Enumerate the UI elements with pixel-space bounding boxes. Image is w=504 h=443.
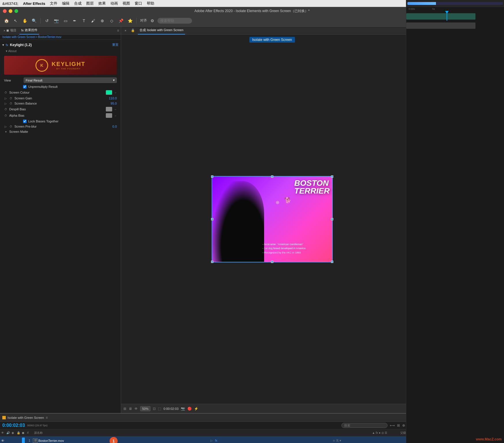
comp-fast-preview-icon[interactable]: ⚡ [194,407,198,411]
alpha-bias-toggle[interactable]: ⏱ [4,114,7,117]
despill-bias-arrow[interactable]: → [114,108,117,111]
keylight-logo: K KEYLIGHT BY THE FOUNDRY [4,56,117,75]
comp-tab[interactable]: 合成 Isolate with Green Screen [138,26,185,35]
brush-tool[interactable]: 🖌 [89,17,97,25]
comp-mask-icon[interactable]: 👁 [134,407,138,411]
hand-tool[interactable]: ✋ [21,17,29,25]
screen-matte-expand[interactable]: ▾ [4,130,7,133]
zoom-tool[interactable]: 🔍 [30,17,38,25]
screen-gain-toggle[interactable]: ⏱ [9,97,13,100]
menu-effects[interactable]: 效果 [98,1,106,6]
screen-balance-value[interactable]: 95.0 [111,102,117,105]
ruler-5: 5s [432,7,435,10]
fx-toggle[interactable]: ▾ [2,43,4,47]
alpha-bias-swatch[interactable] [106,113,112,118]
select-tool[interactable]: ↖ [12,17,20,25]
screen-preblur-toggle[interactable]: ⏱ [9,125,13,128]
pin-tool[interactable]: 📌 [117,17,125,25]
pen-tool[interactable]: ✒ [71,17,79,25]
comp-region-icon[interactable]: ⬚ [158,407,161,411]
settings-button[interactable]: ⚙ [148,17,156,25]
layer-1-clip[interactable] [406,13,475,20]
screen-gain-expand[interactable]: ▷ [4,97,7,100]
timeline-timecode[interactable]: 0:00:02:03 [2,423,25,428]
home-button[interactable]: 🏠 [2,17,10,25]
screen-preblur-value[interactable]: 0.0 [112,125,117,128]
view-dropdown[interactable]: Final Result ▾ [24,77,117,83]
screen-balance-expand[interactable]: ▷ [4,102,7,105]
tab-project-close[interactable]: × [3,29,5,32]
window-controls [3,9,18,13]
menu-edit[interactable]: 编辑 [62,1,69,6]
handle-tl[interactable] [211,175,213,178]
menu-window[interactable]: 窗口 [135,1,142,6]
handle-tc[interactable] [271,175,273,178]
despill-bias-row: ⏱ Despill Bias → [0,106,121,112]
unpremultiply-checkbox[interactable] [23,85,27,88]
layer-1-link[interactable]: ⊙ 无 ▾ [251,439,423,443]
menu-view[interactable]: 视图 [123,1,130,6]
menu-file[interactable]: 文件 [50,1,57,6]
layer-search-input[interactable] [341,423,388,428]
apple-menu[interactable]: &#63743; [2,1,18,6]
layer-1-row[interactable]: 👁 1 🎬 BostonTerrier.mov ▷ fx ⊙ 无 ▾ [0,436,423,443]
app-name-menu[interactable]: After Effects [23,1,45,6]
screen-colour-toggle[interactable]: ⏱ [4,91,7,94]
lock-biases-checkbox[interactable] [23,120,27,123]
comp-fit-icon[interactable]: ⊡ [153,407,156,411]
timeline-range-bar[interactable] [407,2,503,5]
tl-ctrl-2[interactable]: ⊞ [397,423,400,427]
handle-tr[interactable] [331,175,333,178]
menu-compose[interactable]: 合成 [74,1,82,6]
handle-bc[interactable] [271,261,273,263]
composition-viewer[interactable]: Isolate with Green Screen BOSTONTERRIER … [121,35,423,404]
timeline-menu-icon[interactable]: ≡ [46,416,48,420]
despill-bias-toggle[interactable]: ⏱ [4,108,7,111]
menu-help[interactable]: 帮助 [147,1,154,6]
help-search-input[interactable] [157,18,192,24]
tl-ctrl-1[interactable]: ⟷ [390,423,395,427]
comp-view-icon[interactable]: 🖥 [129,407,132,411]
tab-effects-controls[interactable]: fx 效果控件 [19,26,39,35]
menu-animation[interactable]: 动画 [110,1,118,6]
screen-gain-value[interactable]: 110.0 [109,96,117,100]
handle-mr[interactable] [331,218,333,220]
layer-column-header: 👁 🔊 ◉ 🔒 ◼ # 源名称 ▲ fx ● ◎ ☰ 父级和链接 [0,429,423,436]
comp-zoom-dropdown[interactable]: 50% [140,406,151,411]
comp-render-icon[interactable]: 🔴 [187,407,192,411]
tl-ctrl-3[interactable]: ⊕ [402,423,405,427]
layer-1-expand[interactable]: ▷ [210,439,215,442]
tab-project[interactable]: × ◼ 项目 [2,26,18,35]
rect-tool[interactable]: ▭ [61,17,69,25]
comp-camera-icon[interactable]: 📷 [181,407,185,411]
text-tool[interactable]: T [80,17,88,25]
screen-preblur-expand[interactable]: ▷ [4,125,7,128]
fx-reset-button[interactable]: 重置 [112,43,119,47]
handle-bl[interactable] [211,261,213,263]
screen-colour-arrow[interactable]: → [114,91,117,94]
handle-ml[interactable] [211,218,213,220]
camera-tool[interactable]: 📷 [52,17,60,25]
clone-tool[interactable]: ⊕ [98,17,106,25]
panel-menu-button[interactable]: ≡ [117,29,119,33]
handle-br[interactable] [331,261,333,263]
close-window-button[interactable] [3,9,7,13]
menu-layer[interactable]: 图层 [86,1,94,6]
minimize-window-button[interactable] [9,9,12,13]
undo-tool[interactable]: ↺ [43,17,51,25]
alpha-bias-arrow[interactable]: → [114,114,117,117]
screen-gain-row: ▷ ⏱ Screen Gain 110.0 [0,96,121,101]
shape-tool[interactable]: ⭐ [126,17,134,25]
comp-toolbar: ⊞ 🖥 👁 50% ⊡ ⬚ 0:00:02:03 📷 🔴 ⚡ [121,404,423,413]
maximize-window-button[interactable] [14,9,18,13]
screen-colour-swatch[interactable] [106,90,112,95]
layer-1-fx-icon[interactable]: fx [215,439,220,442]
comp-panel-close[interactable]: × [123,26,128,35]
comp-grid-icon[interactable]: ⊞ [123,407,126,411]
despill-bias-swatch[interactable] [106,107,112,111]
layer-2-clip[interactable] [406,22,475,29]
layer-1-eye[interactable]: 👁 [0,439,5,442]
eraser-tool[interactable]: ◇ [108,17,116,25]
screen-balance-toggle[interactable]: ⏱ [9,102,13,105]
comp-lock-icon: 🔒 [129,26,137,35]
